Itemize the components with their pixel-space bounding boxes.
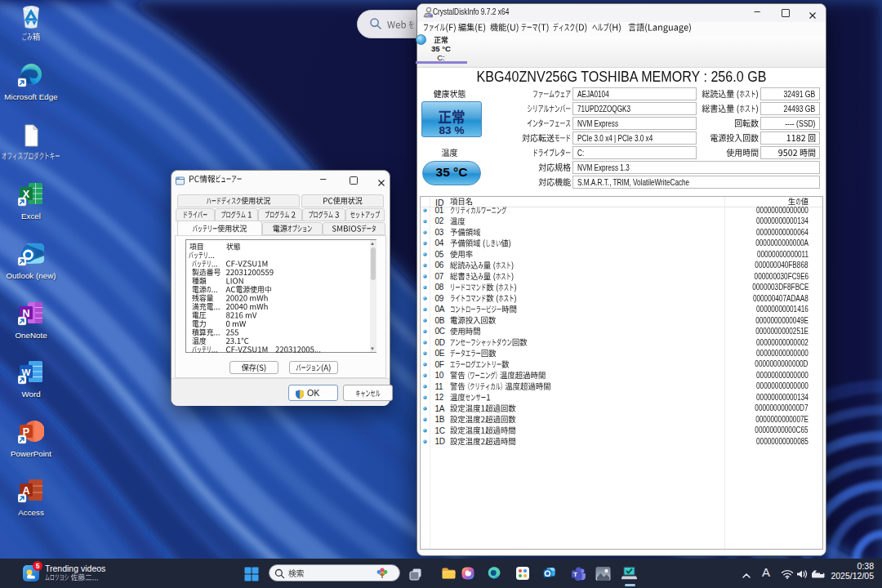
svg-text:T: T bbox=[573, 571, 577, 578]
svg-text:W: W bbox=[22, 368, 31, 377]
